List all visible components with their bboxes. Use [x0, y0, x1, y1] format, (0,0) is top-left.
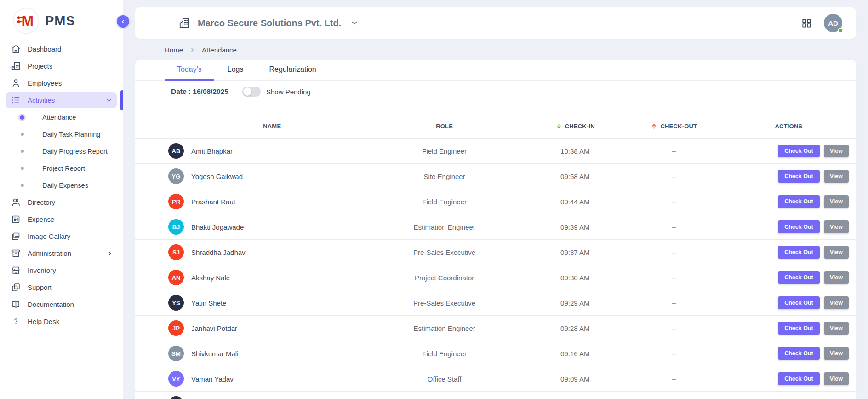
- view-button[interactable]: View: [824, 170, 849, 183]
- row-actions: Check OutView: [729, 296, 849, 309]
- sidebar-item-dashboard[interactable]: Dashboard: [0, 40, 123, 58]
- employee-role: Pre-Sales Executive: [358, 299, 531, 307]
- check-out-button[interactable]: Check Out: [778, 170, 820, 183]
- sidebar-subitem-attendance[interactable]: Attendance: [0, 109, 123, 126]
- table-body: ABAmit BhapkarField Engineer10:38 AM--Ch…: [135, 138, 856, 399]
- sidebar-collapse-button[interactable]: [117, 15, 129, 28]
- top-header: Marco Secure Solutions Pvt. Ltd. AD: [135, 7, 856, 39]
- sidebar-subitem-label: Project Report: [42, 165, 85, 172]
- employee-cell: BJBhakti Jogawade: [143, 219, 358, 235]
- person-icon: [11, 78, 21, 88]
- row-actions: Check OutView: [729, 170, 849, 183]
- sidebar-active-indicator: [120, 90, 123, 110]
- check-out-button[interactable]: Check Out: [778, 271, 820, 284]
- employee-role: Estimation Engineer: [358, 324, 531, 332]
- check-out-button[interactable]: Check Out: [778, 145, 820, 157]
- sidebar-item-image-gallary[interactable]: Image Gallary: [0, 228, 123, 245]
- check-out-button[interactable]: Check Out: [778, 347, 820, 360]
- home-icon: [11, 44, 21, 54]
- employee-avatar: BJ: [168, 219, 184, 235]
- check-out-button[interactable]: Check Out: [778, 246, 820, 259]
- check-out-time: --: [619, 299, 729, 307]
- copy-icon: [11, 283, 21, 292]
- view-button[interactable]: View: [824, 296, 849, 309]
- sidebar-item-help-desk[interactable]: Help Desk: [0, 313, 123, 330]
- employee-avatar: [168, 396, 184, 399]
- image-icon: [11, 231, 21, 241]
- employee-name: Shraddha Jadhav: [191, 249, 246, 256]
- employee-role: Site Engineer: [358, 173, 531, 180]
- sort-down-icon: [555, 123, 562, 130]
- view-button[interactable]: View: [824, 195, 849, 208]
- check-in-time: 09:44 AM: [531, 198, 619, 206]
- tab-regularization[interactable]: Regularization: [257, 60, 328, 81]
- check-out-button[interactable]: Check Out: [778, 220, 820, 233]
- sidebar-subitem-daily-expenses[interactable]: Daily Expenses: [0, 177, 123, 194]
- sidebar-item-support[interactable]: Support: [0, 279, 123, 296]
- sidebar-subitem-project-report[interactable]: Project Report: [0, 160, 123, 177]
- date-label: Date : 16/08/2025: [171, 87, 228, 96]
- sidebar-subitem-daily-progress-report[interactable]: Daily Progress Report: [0, 143, 123, 160]
- check-out-time: --: [619, 274, 729, 282]
- breadcrumb-current: Attendance: [202, 46, 237, 54]
- table-header: NAME ROLE CHECK-IN CHECK-OUT ACTIONS: [135, 115, 856, 138]
- sidebar-item-directory[interactable]: Directory: [0, 194, 123, 211]
- table-row: YSYatin ShetePre-Sales Executive09:29 AM…: [135, 290, 856, 315]
- table-row-partial: [135, 391, 856, 399]
- sidebar-subitem-daily-task-planning[interactable]: Daily Task Planning: [0, 126, 123, 143]
- column-header-name[interactable]: NAME: [143, 123, 358, 130]
- table-row: SMShivkumar MaliField Engineer09:16 AM--…: [135, 341, 856, 366]
- row-actions: Check OutView: [729, 322, 849, 335]
- tab-logs[interactable]: Logs: [215, 60, 256, 81]
- archive-icon: [11, 249, 21, 258]
- breadcrumb-home[interactable]: Home: [165, 46, 183, 54]
- sidebar-item-label: Dashboard: [28, 45, 61, 53]
- column-header-role[interactable]: ROLE: [358, 123, 531, 130]
- view-button[interactable]: View: [824, 220, 849, 233]
- list-icon: [11, 95, 21, 105]
- column-header-checkin[interactable]: CHECK-IN: [531, 123, 619, 130]
- employee-cell: PRPrashant Raut: [143, 194, 358, 209]
- employee-cell: YGYogesh Gaikwad: [143, 168, 358, 184]
- row-actions: Check OutView: [729, 145, 849, 157]
- sidebar-item-documentation[interactable]: Documentation: [0, 296, 123, 313]
- employee-name: Janhavi Potdar: [191, 324, 237, 332]
- apps-grid-icon[interactable]: [801, 18, 812, 29]
- company-selector[interactable]: Marco Secure Solutions Pvt. Ltd.: [178, 17, 359, 29]
- view-button[interactable]: View: [824, 322, 849, 335]
- show-pending-toggle[interactable]: [242, 87, 261, 97]
- view-button[interactable]: View: [824, 246, 849, 259]
- check-in-time: 09:29 AM: [531, 299, 619, 307]
- user-avatar[interactable]: AD: [824, 14, 842, 32]
- sidebar-item-label: Administration: [28, 249, 71, 257]
- check-out-button[interactable]: Check Out: [778, 322, 820, 335]
- topbar-actions: AD: [801, 14, 842, 32]
- employee-avatar: JP: [168, 320, 184, 336]
- employee-cell: ANAkshay Nale: [143, 270, 358, 285]
- column-header-checkout[interactable]: CHECK-OUT: [619, 123, 729, 130]
- view-button[interactable]: View: [824, 145, 849, 157]
- check-out-button[interactable]: Check Out: [778, 372, 820, 385]
- chevron-right-icon: [107, 250, 113, 257]
- sidebar-item-projects[interactable]: Projects: [0, 58, 123, 75]
- check-out-button[interactable]: Check Out: [778, 195, 820, 208]
- book-icon: [11, 300, 21, 309]
- sidebar-item-inventory[interactable]: Inventory: [0, 262, 123, 279]
- check-out-time: --: [619, 324, 729, 332]
- view-button[interactable]: View: [824, 271, 849, 284]
- sidebar-subitem-label: Daily Task Planning: [42, 131, 100, 138]
- chevron-left-icon: [120, 18, 126, 25]
- employee-cell: SJShraddha Jadhav: [143, 244, 358, 260]
- sidebar-item-administration[interactable]: Administration: [0, 245, 123, 262]
- tab-today-s[interactable]: Today's: [165, 60, 214, 81]
- view-button[interactable]: View: [824, 372, 849, 385]
- view-button[interactable]: View: [824, 347, 849, 360]
- sidebar-item-expense[interactable]: Expense: [0, 211, 123, 228]
- check-out-button[interactable]: Check Out: [778, 296, 820, 309]
- chevron-down-icon: [106, 97, 112, 104]
- sidebar-item-employees[interactable]: Employees: [0, 75, 123, 92]
- table-row: SJShraddha JadhavPre-Sales Executive09:3…: [135, 239, 856, 265]
- sidebar-item-label: Documentation: [28, 301, 74, 308]
- sidebar-item-activities[interactable]: Activities: [6, 92, 117, 108]
- sidebar-subitem-label: Daily Progress Report: [42, 148, 108, 155]
